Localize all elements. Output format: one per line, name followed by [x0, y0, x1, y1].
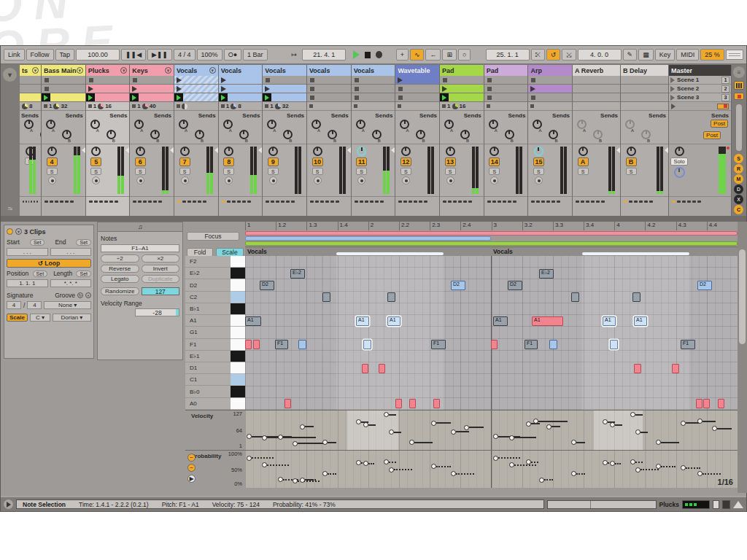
track-chevron-icon[interactable]: ▼ — [209, 67, 216, 74]
midi-note[interactable] — [363, 340, 371, 349]
midi-note[interactable]: A1 — [493, 316, 508, 326]
notification-triangle-icon[interactable] — [733, 501, 743, 508]
clip-stop-square[interactable] — [177, 104, 180, 108]
clip-slot-1[interactable] — [528, 76, 572, 85]
midi-note[interactable]: D2 — [451, 281, 465, 290]
clip-slot-1[interactable] — [174, 76, 218, 85]
scale-root-select[interactable]: C ▾ — [30, 314, 50, 322]
clip-loop-bar-3[interactable] — [245, 241, 738, 246]
arm-button[interactable] — [181, 176, 189, 184]
quantize-menu[interactable]: O● — [224, 49, 241, 61]
solo-button[interactable]: S — [268, 168, 279, 175]
solo-button[interactable]: S — [223, 168, 234, 175]
midi-note[interactable] — [395, 399, 402, 408]
mixer-section-toggle-r[interactable]: R — [734, 164, 743, 174]
mixer-section-toggle-s[interactable]: S — [734, 154, 743, 163]
clip-slot-1[interactable] — [395, 76, 439, 85]
solo-button[interactable]: S — [356, 168, 367, 175]
clip-launch-playing[interactable] — [130, 93, 139, 101]
midi-note[interactable] — [571, 292, 579, 302]
mixer-section-toggle-m[interactable]: M — [734, 174, 743, 184]
velocity-marker[interactable] — [546, 424, 551, 429]
track-header[interactable]: Pad — [484, 65, 528, 76]
solo-button[interactable]: S — [533, 168, 544, 175]
play-button[interactable] — [353, 50, 360, 59]
clip-slot-2[interactable] — [440, 85, 484, 93]
clip-title-band[interactable]: Vocals Vocals — [245, 246, 738, 256]
stop-all-icon[interactable] — [734, 93, 744, 100]
clip-slot-3[interactable] — [621, 93, 668, 102]
link-button[interactable]: Link — [4, 49, 25, 61]
double-time-button[interactable]: ×2 — [142, 254, 180, 262]
clip-play-icon[interactable] — [221, 86, 226, 92]
loop-length-field[interactable]: 4. 0. 0 — [578, 49, 622, 61]
solo-button[interactable]: S — [135, 168, 146, 175]
start-set-button[interactable]: Set — [30, 239, 45, 246]
clip-slot-2[interactable] — [20, 85, 41, 93]
track-chevron-icon[interactable]: ▼ — [120, 67, 127, 74]
pitch-range-field[interactable]: F1–A1 — [101, 244, 179, 252]
arm-button[interactable] — [48, 176, 56, 184]
loop-start-field[interactable]: 25. 1. 1 — [486, 49, 530, 61]
piano-key-c1[interactable] — [231, 374, 245, 386]
arm-button[interactable] — [225, 176, 233, 184]
midi-note[interactable]: A1 — [603, 316, 616, 326]
midi-note[interactable]: F1 — [275, 340, 288, 349]
track-activator-button[interactable]: 12 — [400, 158, 411, 166]
piano-key-c2[interactable] — [231, 292, 245, 303]
scene-row-2[interactable]: Scene 22 — [669, 85, 731, 93]
tempo-field[interactable]: 100.00 — [76, 49, 120, 61]
clip-slot-3[interactable] — [528, 93, 572, 102]
clip-slot-3[interactable] — [130, 93, 174, 102]
track-header[interactable]: Vocals▼ — [174, 65, 218, 76]
clip-slot-2[interactable] — [219, 85, 263, 93]
velocity-marker[interactable] — [697, 419, 703, 424]
clip-slot-2[interactable] — [484, 85, 528, 93]
velocity-marker[interactable] — [262, 435, 267, 440]
clip-chevron-icon[interactable]: ▼ — [15, 228, 22, 235]
track-activator-button[interactable]: 6 — [135, 158, 146, 166]
clip-slot-1[interactable] — [263, 76, 306, 85]
arm-button[interactable] — [402, 176, 410, 184]
probability-marker[interactable] — [681, 465, 686, 470]
midi-note[interactable] — [322, 292, 330, 302]
track-activator-button[interactable]: B — [626, 158, 637, 166]
clip-launch-playing[interactable] — [42, 93, 50, 101]
track-activator-button[interactable]: 15 — [533, 158, 544, 166]
solo-button[interactable]: S — [626, 168, 637, 175]
master-pan-knob[interactable] — [675, 147, 684, 156]
solo-button[interactable]: S — [47, 168, 58, 175]
draw-mode-icon[interactable]: ✎ — [623, 49, 638, 61]
clip-stop-square[interactable] — [354, 104, 357, 108]
clip-stop-square[interactable] — [88, 104, 92, 108]
loop-toggle-button[interactable]: ↺ Loop — [7, 259, 91, 268]
pan-knob[interactable] — [489, 147, 499, 156]
solo-button[interactable]: S — [90, 168, 101, 175]
post-a-button[interactable]: Post — [711, 120, 728, 128]
track-header[interactable]: Vocals — [307, 65, 351, 76]
pan-knob[interactable] — [534, 147, 543, 156]
track-header[interactable]: Master — [669, 65, 731, 76]
signature-numerator-field[interactable]: 4 — [7, 301, 21, 309]
track-header[interactable]: Keys▼ — [130, 65, 174, 76]
loop-switch-icon[interactable]: ↺ — [546, 49, 561, 61]
reverse-button[interactable]: Reverse — [101, 265, 139, 273]
midi-note[interactable] — [253, 340, 260, 349]
midi-note[interactable]: D2 — [260, 281, 274, 290]
computer-midi-keyboard-icon[interactable]: ▦ — [638, 49, 654, 61]
midi-note[interactable]: F1 — [525, 340, 538, 349]
pan-knob[interactable] — [91, 147, 101, 156]
track-header[interactable]: A Reverb — [573, 65, 620, 76]
add-lane-button[interactable]: − — [187, 454, 196, 462]
clip-slot-3[interactable] — [395, 93, 439, 102]
pan-knob[interactable] — [268, 147, 278, 156]
horizontal-divider[interactable] — [1, 216, 746, 222]
punch-out-icon[interactable]: ⤩ — [562, 49, 576, 61]
post-b-button[interactable]: Post — [703, 131, 721, 139]
solo-button[interactable]: S — [179, 168, 190, 175]
track-activator-button[interactable]: 5 — [90, 158, 101, 166]
track-header[interactable]: Plucks▼ — [86, 65, 130, 76]
clip-slot-3[interactable] — [440, 93, 484, 102]
master-solo-button[interactable]: Solo — [670, 158, 688, 166]
clip-launch-playing[interactable] — [86, 93, 95, 101]
